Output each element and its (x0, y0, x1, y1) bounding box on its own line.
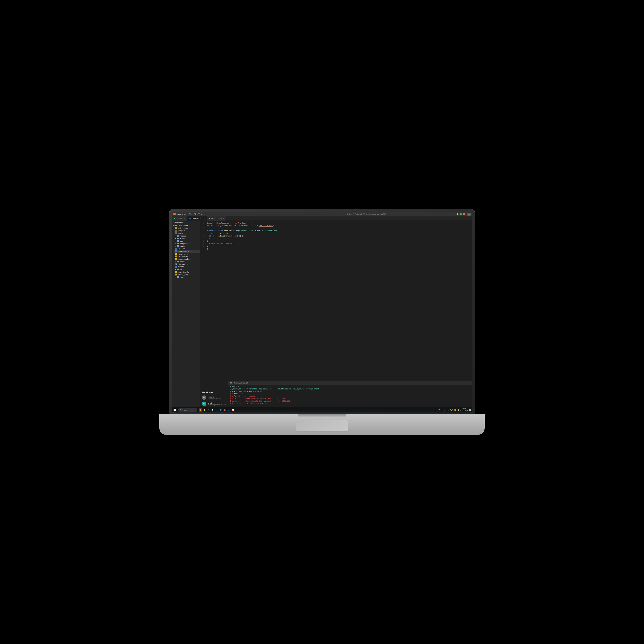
participant-name-0: example (208, 396, 221, 398)
weather-info: ☁ 32°C (435, 409, 440, 411)
readme-icon: M (175, 263, 177, 265)
config-folder-icon (177, 245, 179, 247)
menu-view[interactable]: View (199, 213, 202, 215)
menu-edit[interactable]: Edit (194, 213, 197, 215)
code-editor[interactable]: 1 2 3 4 5 6 7 8 9 10 (200, 221, 472, 389)
code-line-11: } (207, 248, 471, 250)
postcss-icon: J (175, 258, 177, 260)
tree-readme[interactable]: M README.md (174, 263, 200, 265)
code-content[interactable]: import { NextResponse } from "next/serve… (206, 221, 472, 389)
participants-title: Participants (202, 391, 228, 393)
terminal-header: ⌨ Command Prompt (228, 381, 472, 385)
store-icon: T (175, 266, 177, 268)
tab-icon-tsx (174, 218, 175, 219)
tree-next-config[interactable]: J next.config.js (174, 253, 200, 255)
notifications-icon[interactable]: 🌅 (469, 409, 471, 411)
taskbar: 🔍 Search 🟠 📁 🎵 💬 ⬡ 🌐 🦊 e � (172, 407, 472, 412)
lang-region: ENG IN (450, 408, 453, 412)
file-tree: ▾ trackme-web ‹ J .eslintrc.json (172, 224, 200, 410)
tree-actions[interactable]: ▸ actions ‹ (174, 237, 200, 240)
terminal-content[interactable]: $ npm start C:\Users\HP\OneDrive\Desktop… (228, 385, 472, 407)
taskbar-app-2[interactable]: 📁 (203, 408, 206, 412)
tree-styles[interactable]: ▸ styles (174, 268, 200, 271)
terminal-icon: ⌨ (230, 382, 232, 384)
taskbar-app-1[interactable]: 🟠 (199, 408, 202, 412)
types-folder-icon (177, 276, 179, 278)
tree-store[interactable]: T store.ts (174, 265, 200, 268)
taskbar-app-6[interactable]: 🌐 (219, 408, 222, 412)
terminal-line-2: $ > next-app-template@0.0.1 start (230, 390, 470, 393)
tree-license[interactable]: L LICENSE (174, 247, 200, 250)
code-line-9: return NextResponse.next(); (207, 242, 471, 245)
tab-close-1[interactable]: ✕ (204, 217, 205, 219)
taskbar-time: 18:37 07-07-2024 (460, 408, 468, 412)
close-button[interactable] (463, 213, 465, 215)
npmrc-icon: · (175, 232, 177, 234)
tree-tailwind[interactable]: J tailwind.config.j (174, 271, 200, 273)
wifi-icon: 📶 (454, 409, 456, 411)
code-editor-area: 1 2 3 4 5 6 7 8 9 10 (200, 221, 472, 410)
start-button[interactable] (173, 408, 177, 412)
taskbar-app-8[interactable]: e (227, 408, 230, 412)
tree-public[interactable]: ▸ public ‹ (174, 260, 200, 263)
taskbar-apps: 🟠 📁 🎵 💬 ⬡ 🌐 🦊 e 📊 (199, 408, 234, 412)
tab-next-config[interactable]: next.config.js ✕ (207, 216, 226, 221)
tab-close-2[interactable]: ✕ (223, 217, 224, 219)
tree-app[interactable]: ▸ app (174, 240, 200, 242)
tree-config[interactable]: ▸ config ‹ (174, 245, 200, 247)
title-bar: ≡ code-sync File Edit View C:\Users\HP\O… (172, 212, 472, 216)
tree-types[interactable]: ▸ types (174, 276, 200, 278)
taskbar-app-5[interactable]: ⬡ (215, 408, 218, 412)
maximize-button[interactable] (460, 213, 462, 215)
tab-bar: page.tsx ✕ middleware.ts ✕ next.config.j… (172, 216, 472, 221)
code-line-10: } (207, 245, 471, 248)
components-folder-icon (177, 243, 179, 244)
tree-vscode[interactable]: ▸ .vscode ‹ (174, 235, 200, 237)
laptop-body: ≡ code-sync File Edit View C:\Users\HP\O… (169, 209, 475, 435)
taskbar-search[interactable]: 🔍 Search (178, 408, 197, 412)
taskbar-app-4[interactable]: 💬 (211, 408, 214, 412)
vscode-window: ≡ code-sync File Edit View C:\Users\HP\O… (172, 212, 472, 412)
menu-bar: File Edit View (189, 213, 278, 215)
tree-postcss[interactable]: J postcss.config.js (174, 258, 200, 260)
tree-npmrc[interactable]: · .npmrc (174, 232, 200, 235)
terminal-line-5: $ x Failed to start server (230, 395, 470, 397)
code-line-4: export function middleware(req: NextRequ… (207, 230, 471, 232)
taskbar-app-3[interactable]: 🎵 (207, 408, 210, 412)
tree-root[interactable]: ▾ trackme-web ‹ (172, 224, 200, 227)
tree-gitignore[interactable]: · .gitignore (174, 229, 200, 232)
menu-file[interactable]: File (189, 213, 192, 215)
terminal-line-0: $ npm start (230, 385, 470, 388)
taskbar-app-9[interactable]: 📊 (231, 408, 234, 412)
tree-eslint[interactable]: J .eslintrc.json (174, 227, 200, 229)
participant-name-1: temp1 (208, 402, 226, 404)
code-line-1: import { NextResponse } from "next/serve… (207, 222, 471, 224)
taskbar-search-text: Search (182, 409, 188, 411)
tab-page-tsx[interactable]: page.tsx ✕ (172, 216, 188, 221)
main-content: EXPLORER ▾ trackme-web ‹ J (172, 221, 472, 410)
taskbar-app-7[interactable]: 🦊 (223, 408, 226, 412)
code-line-5: const url = req.url; (207, 232, 471, 235)
minimize-button[interactable] (457, 213, 459, 215)
tab-icon-js (209, 218, 210, 219)
terminal-line-7: $ at Server.setupListenHandle [as _liste… (230, 400, 470, 402)
laptop-base (159, 414, 485, 435)
trackpad[interactable] (296, 420, 348, 431)
taskbar-right: ☁ 32°C Mostly cloudy ENG IN 📶 🔋 (435, 408, 471, 412)
app-logo: ≡ (173, 213, 176, 215)
code-line-7: } (207, 237, 471, 240)
tree-tsconfig[interactable]: J tsconfig.json (174, 273, 200, 276)
battery-icon: 🔋 (457, 409, 459, 411)
tab-middleware-ts[interactable]: middleware.ts ✕ (188, 216, 207, 221)
tab-close-0[interactable]: ✕ (184, 217, 185, 219)
tree-components[interactable]: ▸ components ‹ (174, 242, 200, 245)
screen: ≡ code-sync File Edit View C:\Users\HP\O… (172, 212, 472, 412)
participant-info-0: example example@gmail.com (208, 396, 221, 399)
tree-middleware[interactable]: T middleware.ts (174, 250, 200, 253)
terminal-line-6: $ Error: listen EADDRINUSE: address alre… (230, 397, 470, 400)
tree-package[interactable]: J package.json (174, 255, 200, 258)
weather-icon: ☁ (435, 409, 436, 411)
participant-email-1: mj5buqvmps@tippabble.com (208, 404, 226, 406)
avatar-0: exa (202, 395, 206, 400)
root-folder-icon (175, 225, 177, 226)
